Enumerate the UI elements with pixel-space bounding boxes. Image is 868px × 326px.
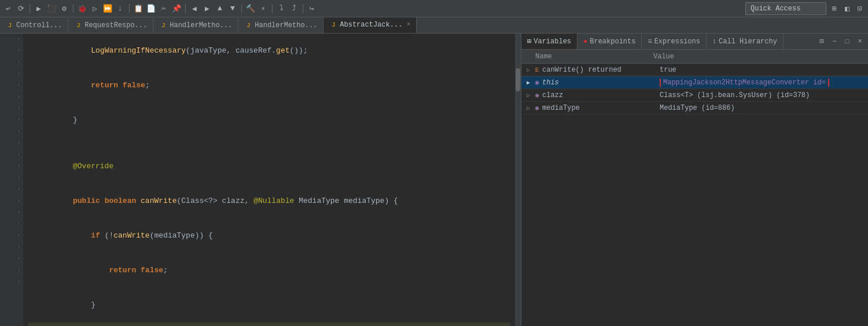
call-hierarchy-icon: ↕ [712,38,716,46]
toolbar-btn-13[interactable]: 📌 [171,3,182,14]
var-name-mediatype: mediaType [542,104,655,112]
tab-label-handler2: HandlerMetho... [255,21,317,29]
editor-scrollbar[interactable] [515,34,521,326]
toolbar-btn-2[interactable]: ⟳ [15,3,27,14]
toolbar-sep-2 [73,4,73,13]
toolbar-btn-22[interactable]: ↪ [306,3,318,14]
tab-abstract-jackson[interactable]: J AbstractJack... × [323,17,417,33]
toolbar-btn-1[interactable]: ↩ [2,3,14,14]
quick-access-input[interactable]: Quick Access [745,2,826,15]
variables-table: Name Value ▷ E canWrite() returned true … [521,50,868,326]
code-line-3: } [28,103,510,138]
toolbar-btn-6[interactable]: 🐞 [76,3,88,14]
code-line-9: } [28,288,510,323]
var-row-clazz[interactable]: ▷ ◉ clazz Class<T> (lsj.bean.SysUser) (i… [521,89,868,102]
var-expand-mediatype[interactable]: ▷ [524,103,533,113]
tab-handler-method2[interactable]: J HandlerMetho... [238,17,323,33]
toolbar-btn-19[interactable]: ⚡ [258,3,269,14]
panel-minimize-btn[interactable]: − [829,36,840,47]
main-toolbar: ↩ ⟳ ▶ ⬛ ⚙ 🐞 ▷ ⏩ ↓ 📋 📄 ✂ 📌 ◀ ▶ ▲ ▼ 🔨 ⚡ ⤵ … [0,0,868,17]
var-icon-mediatype: ◉ [533,104,541,112]
code-line-6: public boolean canWrite(Class<?> clazz, … [28,184,510,218]
panel-tab-breakpoints[interactable]: ● Breakpoints [578,34,642,49]
code-line-8: return false; [28,253,510,288]
toolbar-btn-11[interactable]: 📄 [145,3,157,14]
panel-restore-btn[interactable]: ⊡ [816,36,827,47]
toolbar-btn-15[interactable]: ▶ [201,3,213,14]
toolbar-sep-6 [272,4,273,13]
code-line-5: @Override [28,149,510,184]
toolbar-right-btn-2[interactable]: ◧ [841,3,853,14]
tab-handler-method1[interactable]: J HandlerMetho... [153,17,238,33]
variables-icon: ⊞ [527,37,531,46]
var-row-canwrite[interactable]: ▷ E canWrite() returned true [521,64,868,76]
toolbar-icons: ↩ ⟳ ▶ ⬛ ⚙ 🐞 ▷ ⏩ ↓ 📋 📄 ✂ 📌 ◀ ▶ ▲ ▼ 🔨 ⚡ ⤵ … [2,3,745,14]
toolbar-sep-7 [303,4,303,13]
var-expand-this[interactable]: ▶ [524,78,533,87]
toolbar-btn-21[interactable]: ⤴ [288,3,300,14]
toolbar-btn-8[interactable]: ⏩ [102,3,113,14]
toolbar-btn-20[interactable]: ⤵ [275,3,287,14]
variables-panel: ⊞ Variables ● Breakpoints ≡ Expressions … [521,34,868,326]
panel-maximize-btn[interactable]: □ [841,36,853,47]
tab-close-abstract[interactable]: × [407,21,410,28]
toolbar-btn-7[interactable]: ▷ [89,3,101,14]
toolbar-btn-16[interactable]: ▲ [214,3,226,14]
editor-panel: ···· ···· ···· ···· ···· ·· LogWarningIf… [0,34,521,326]
panel-tab-call-hierarchy-label: Call Hierarchy [719,38,777,46]
toolbar-btn-5[interactable]: ⚙ [58,3,70,14]
toolbar-right-icons: ⊞ ◧ ⊡ [829,3,866,14]
panel-tabs-bar: ⊞ Variables ● Breakpoints ≡ Expressions … [521,34,868,50]
panel-controls: ⊡ − □ × [816,34,868,49]
main-area: ···· ···· ···· ···· ···· ·· LogWarningIf… [0,34,868,326]
panel-tab-variables[interactable]: ⊞ Variables [521,34,578,49]
tab-icon-controller: J [6,21,14,29]
toolbar-right-btn-3[interactable]: ⊡ [854,3,866,14]
panel-tab-breakpoints-label: Breakpoints [590,38,635,46]
editor-tabs-bar: J Controll... J RequestRespo... J Handle… [0,17,868,34]
toolbar-btn-4[interactable]: ⬛ [46,3,57,14]
var-row-mediatype[interactable]: ▷ ◉ mediaType MediaType (id=886) [521,102,868,114]
panel-tab-variables-label: Variables [534,38,571,46]
panel-tab-expressions[interactable]: ≡ Expressions [642,34,706,49]
toolbar-btn-12[interactable]: ✂ [158,3,170,14]
var-name-clazz: clazz [542,91,655,99]
toolbar-btn-17[interactable]: ▼ [227,3,238,14]
breakpoints-icon: ● [583,38,587,46]
var-name-canwrite: canWrite() returned [542,66,655,74]
code-area: LogWarningIfNecessary(javaType, causeRef… [23,34,515,326]
var-expand-clazz[interactable]: ▷ [524,91,533,100]
toolbar-right-btn-1[interactable]: ⊞ [829,3,840,14]
var-name-this: this [542,79,655,87]
tab-icon-abstract: J [329,21,337,29]
code-line-2: return false; [28,68,510,103]
var-icon-canwrite: E [533,66,541,74]
code-line-7: if (!canWrite(mediaType)) { [28,218,510,253]
tab-label-controller: Controll... [16,21,62,29]
code-line-10: if (mediaType != null && mediaType.getCh… [28,323,510,326]
toolbar-btn-3[interactable]: ▶ [33,3,45,14]
var-header-name: Name [521,53,649,61]
var-icon-this: ◉ [533,79,541,87]
toolbar-btn-10[interactable]: 📋 [133,3,144,14]
var-row-this[interactable]: ▶ ◉ this MappingJackson2HttpMessageConve… [521,76,868,89]
var-expand-canwrite[interactable]: ▷ [524,65,533,75]
toolbar-sep-1 [30,4,30,13]
toolbar-btn-9[interactable]: ↓ [115,3,126,14]
line-numbers: ···· ···· ···· ···· ···· ·· [0,34,23,326]
toolbar-btn-14[interactable]: ◀ [189,3,200,14]
panel-close-btn[interactable]: × [854,36,866,47]
tab-controller[interactable]: J Controll... [0,17,68,33]
tab-label-abstract: AbstractJack... [340,21,402,29]
panel-tab-expressions-label: Expressions [654,38,700,46]
code-line-1: LogWarningIfNecessary(javaType, causeRef… [28,34,510,68]
quick-access-label: Quick Access [751,5,800,13]
panel-tab-call-hierarchy[interactable]: ↕ Call Hierarchy [707,34,784,49]
tab-icon-handler1: J [159,21,167,29]
var-value-canwrite: true [655,66,868,74]
tab-request-response[interactable]: J RequestRespo... [68,17,153,33]
expressions-icon: ≡ [648,38,652,46]
var-header-value: Value [649,53,868,61]
toolbar-btn-18[interactable]: 🔨 [245,3,256,14]
tab-icon-request-response: J [74,21,82,29]
